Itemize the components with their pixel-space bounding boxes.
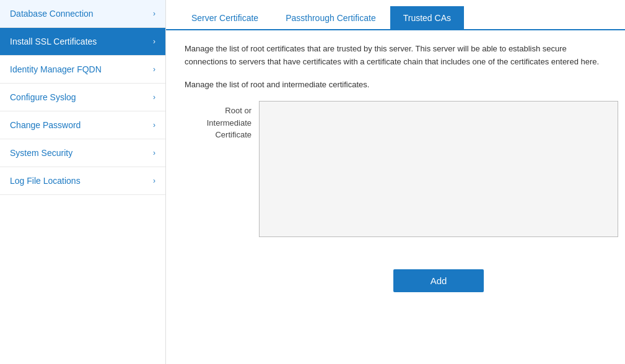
sidebar-item-label: Database Connection (10, 9, 94, 19)
certificate-form-row: Root or Intermediate Certificate (185, 101, 625, 237)
sidebar-item-log-file-locations[interactable]: Log File Locations› (0, 167, 165, 195)
certificate-textarea[interactable] (259, 101, 618, 237)
sidebar-item-configure-syslog[interactable]: Configure Syslog› (0, 84, 165, 111)
sidebar-item-change-password[interactable]: Change Password› (0, 111, 165, 139)
content-area: Manage the list of root certificates tha… (166, 30, 625, 364)
tabs-bar: Server CertificatePassthrough Certificat… (166, 0, 625, 30)
example-format-row: Example Format (185, 243, 625, 254)
sidebar-item-label: Identity Manager FQDN (10, 64, 102, 74)
chevron-right-icon: › (153, 9, 155, 18)
sidebar-item-label: Configure Syslog (10, 92, 76, 102)
tab-trusted-cas[interactable]: Trusted CAs (390, 6, 464, 29)
sidebar-item-database-connection[interactable]: Database Connection› (0, 0, 165, 28)
sidebar-item-system-security[interactable]: System Security› (0, 139, 165, 167)
sidebar-item-label: System Security (10, 148, 72, 158)
description-2: Manage the list of root and intermediate… (185, 79, 606, 92)
sidebar-item-label: Log File Locations (10, 176, 81, 186)
tab-passthrough-certificate[interactable]: Passthrough Certificate (273, 6, 389, 29)
add-button[interactable]: Add (393, 269, 484, 292)
sidebar: Database Connection›Install SSL Certific… (0, 0, 166, 364)
chevron-right-icon: › (153, 37, 155, 46)
chevron-right-icon: › (153, 65, 155, 74)
add-button-row: Add (185, 269, 625, 292)
chevron-right-icon: › (153, 93, 155, 102)
sidebar-item-identity-manager-fqdn[interactable]: Identity Manager FQDN› (0, 56, 165, 84)
sidebar-item-label: Change Password (10, 120, 81, 130)
chevron-right-icon: › (153, 176, 155, 185)
sidebar-item-install-ssl-certificates[interactable]: Install SSL Certificates› (0, 28, 165, 56)
main-content: Server CertificatePassthrough Certificat… (166, 0, 625, 364)
description-1: Manage the list of root certificates tha… (185, 43, 606, 69)
sidebar-item-label: Install SSL Certificates (10, 37, 97, 46)
certificate-label: Root or Intermediate Certificate (185, 101, 259, 141)
example-format-link[interactable]: Example Format (259, 246, 625, 254)
tab-server-certificate[interactable]: Server Certificate (178, 6, 271, 29)
chevron-right-icon: › (153, 149, 155, 157)
chevron-right-icon: › (153, 121, 155, 129)
